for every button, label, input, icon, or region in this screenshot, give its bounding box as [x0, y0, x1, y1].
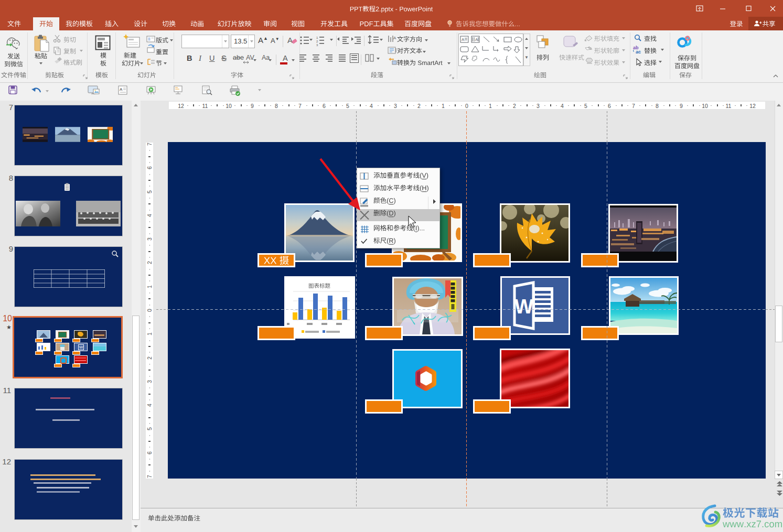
- svg-text:A: A: [475, 37, 478, 42]
- svg-text:ac: ac: [636, 49, 641, 55]
- svg-text:A: A: [462, 37, 465, 42]
- svg-text:3: 3: [316, 44, 318, 47]
- svg-text:2: 2: [316, 40, 318, 43]
- svg-text:A: A: [393, 36, 396, 40]
- svg-text:A: A: [120, 87, 123, 92]
- svg-text:1: 1: [316, 36, 318, 39]
- svg-text:A: A: [287, 36, 293, 45]
